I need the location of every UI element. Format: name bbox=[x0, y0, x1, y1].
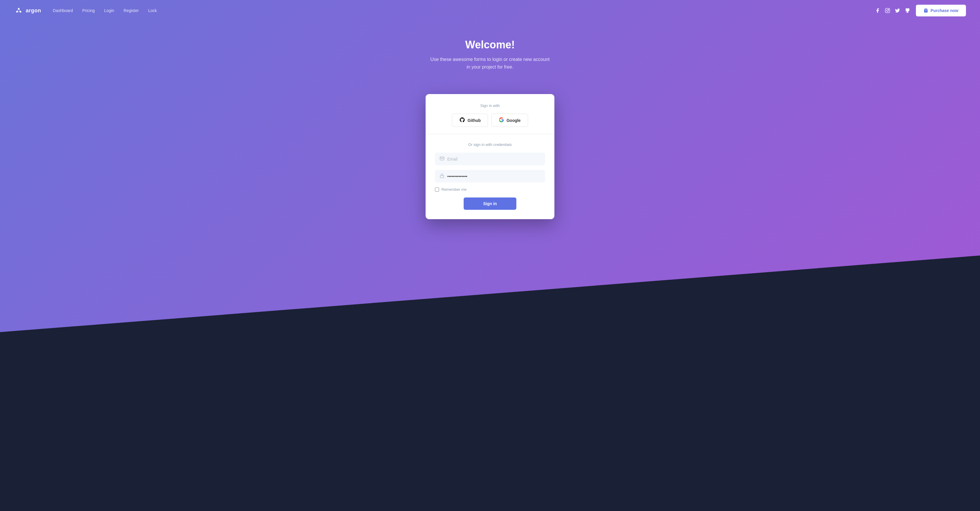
remember-me-label: Remember me bbox=[441, 187, 466, 192]
card-bottom-section: Or sign in with credentials bbox=[426, 134, 554, 219]
github-nav-icon[interactable] bbox=[905, 8, 910, 13]
github-btn-label: Github bbox=[468, 118, 480, 123]
navbar-right: Purchase now bbox=[875, 5, 966, 16]
sign-in-button[interactable]: Sign in bbox=[464, 198, 516, 210]
github-btn-icon bbox=[459, 117, 465, 124]
brand-icon-svg bbox=[14, 6, 24, 15]
nav-link-register[interactable]: Register bbox=[124, 8, 139, 13]
hero-section: Welcome! Use these awesome forms to logi… bbox=[0, 21, 980, 94]
google-btn-label: Google bbox=[506, 118, 520, 123]
card-container: Sign in with Github bbox=[0, 94, 980, 237]
svg-point-8 bbox=[888, 9, 889, 10]
cart-icon bbox=[924, 8, 928, 13]
google-btn-icon bbox=[499, 117, 504, 123]
twitter-icon[interactable] bbox=[895, 8, 900, 13]
social-buttons: Github Google bbox=[435, 114, 545, 127]
email-form-group bbox=[435, 153, 545, 165]
card-top-section: Sign in with Github bbox=[426, 94, 554, 134]
remember-me-group: Remember me bbox=[435, 187, 545, 192]
password-form-group bbox=[435, 170, 545, 182]
social-icons bbox=[875, 8, 910, 13]
svg-rect-6 bbox=[885, 8, 890, 13]
nav-link-login[interactable]: Login bbox=[104, 8, 114, 13]
navbar: argon Dashboard Pricing Login Register L… bbox=[0, 0, 980, 21]
svg-line-3 bbox=[17, 9, 19, 12]
remember-me-checkbox[interactable] bbox=[435, 187, 439, 192]
login-card: Sign in with Github bbox=[426, 94, 554, 219]
navbar-nav: Dashboard Pricing Login Register Lock bbox=[53, 8, 875, 13]
github-signin-button[interactable]: Github bbox=[452, 114, 488, 127]
nav-link-pricing[interactable]: Pricing bbox=[82, 8, 95, 13]
brand-name: argon bbox=[26, 8, 41, 14]
facebook-icon[interactable] bbox=[875, 8, 880, 13]
svg-line-4 bbox=[19, 9, 21, 12]
email-input[interactable] bbox=[447, 157, 540, 161]
instagram-icon[interactable] bbox=[885, 8, 890, 13]
hero-subtitle: Use these awesome forms to login or crea… bbox=[428, 56, 552, 70]
email-icon bbox=[440, 156, 444, 162]
email-input-wrapper bbox=[435, 153, 545, 165]
svg-point-7 bbox=[887, 10, 888, 11]
svg-rect-10 bbox=[440, 176, 444, 178]
brand-logo[interactable]: argon bbox=[14, 6, 41, 15]
purchase-button[interactable]: Purchase now bbox=[916, 5, 966, 16]
nav-link-dashboard[interactable]: Dashboard bbox=[53, 8, 73, 13]
or-credentials-label: Or sign in with credentials bbox=[435, 142, 545, 147]
password-input[interactable] bbox=[447, 174, 540, 179]
nav-link-lock[interactable]: Lock bbox=[148, 8, 157, 13]
sign-in-with-label: Sign in with bbox=[435, 104, 545, 108]
password-input-wrapper bbox=[435, 170, 545, 182]
google-signin-button[interactable]: Google bbox=[492, 114, 528, 127]
hero-title: Welcome! bbox=[6, 39, 974, 51]
password-icon bbox=[440, 174, 444, 179]
